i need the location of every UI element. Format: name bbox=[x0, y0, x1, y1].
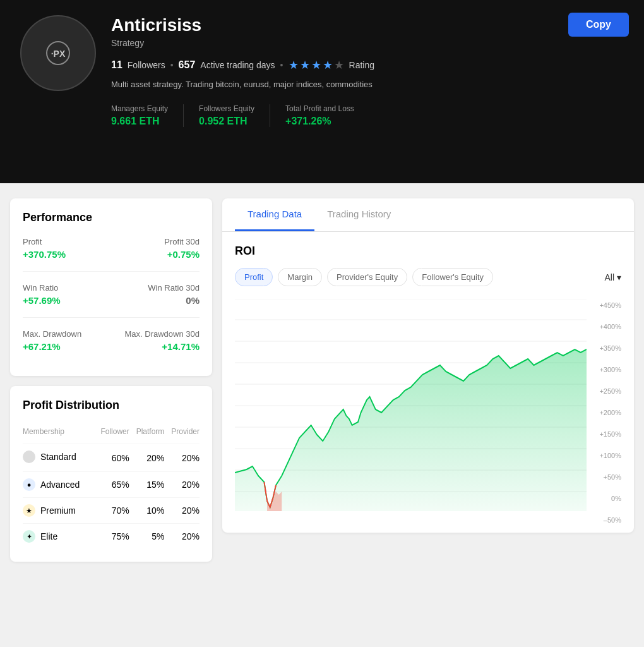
y-label-200: +200% bbox=[587, 409, 621, 416]
y-label-400: +400% bbox=[587, 323, 621, 330]
right-panel: Trading Data Trading History ROI Profit … bbox=[222, 198, 634, 533]
provider-pct: 20% bbox=[164, 444, 200, 472]
platform-pct: 15% bbox=[129, 472, 165, 498]
filter-follower-equity[interactable]: Follower's Equity bbox=[412, 268, 493, 286]
perf-drawdown: Max. Drawdown +67.21% bbox=[23, 329, 81, 352]
avatar: ·PX bbox=[20, 15, 96, 91]
followers-count: 11 bbox=[111, 59, 122, 71]
follower-pct: 70% bbox=[93, 498, 129, 524]
filter-profit[interactable]: Profit bbox=[235, 268, 273, 286]
star-2: ★ bbox=[300, 58, 310, 72]
time-filter-all[interactable]: All ▾ bbox=[604, 272, 621, 282]
table-row: ★ Premium 70% 10% 20% bbox=[23, 498, 200, 524]
perf-winratio-30d: Win Ratio 30d 0% bbox=[148, 283, 200, 306]
profit-distribution-card: Profit Distribution Membership Follower … bbox=[10, 386, 212, 562]
follower-pct: 60% bbox=[93, 444, 129, 472]
perf-winratio30d-value: 0% bbox=[148, 295, 200, 306]
perf-drawdown-label: Max. Drawdown bbox=[23, 329, 81, 339]
y-label-50: +50% bbox=[587, 473, 621, 481]
perf-profit-label: Profit bbox=[23, 237, 66, 246]
y-label-450: +450% bbox=[587, 301, 621, 309]
performance-title: Performance bbox=[23, 211, 200, 224]
chart-area: ROI Profit Margin Provider's Equity Foll… bbox=[222, 232, 634, 533]
membership-icon: ● bbox=[23, 478, 35, 491]
perf-row-winratio: Win Ratio +57.69% Win Ratio 30d 0% bbox=[23, 283, 200, 306]
y-label-100: +100% bbox=[587, 452, 621, 459]
perf-drawdown-30d: Max. Drawdown 30d +14.71% bbox=[125, 329, 200, 352]
y-label-150: +150% bbox=[587, 430, 621, 438]
tab-trading-data[interactable]: Trading Data bbox=[235, 198, 314, 231]
time-filter-label: All bbox=[604, 272, 614, 282]
roi-title: ROI bbox=[235, 245, 621, 258]
strategy-subtitle: Strategy bbox=[111, 38, 624, 48]
perf-profit: Profit +370.75% bbox=[23, 237, 66, 260]
tab-trading-history[interactable]: Trading History bbox=[314, 198, 403, 231]
filter-provider-equity[interactable]: Provider's Equity bbox=[327, 268, 407, 286]
y-label-350: +350% bbox=[587, 344, 621, 352]
trading-days-label: Active trading days bbox=[200, 60, 275, 70]
membership-icon: ✦ bbox=[23, 530, 35, 543]
provider-pct: 20% bbox=[164, 472, 200, 498]
svg-text:·PX: ·PX bbox=[51, 49, 66, 59]
membership-icon bbox=[23, 450, 35, 463]
perf-profit-30d: Profit 30d +0.75% bbox=[164, 237, 200, 260]
rating-label: Rating bbox=[349, 60, 374, 70]
header-info: Anticrisiss Strategy 11 Followers • 657 … bbox=[111, 15, 624, 127]
chart-svg-area bbox=[235, 299, 587, 511]
profit-distribution-title: Profit Distribution bbox=[23, 399, 200, 412]
y-label-300: +300% bbox=[587, 366, 621, 373]
perf-drawdown30d-value: +14.71% bbox=[125, 341, 200, 352]
perf-row-profit: Profit +370.75% Profit 30d +0.75% bbox=[23, 237, 200, 260]
followers-label: Followers bbox=[128, 60, 165, 70]
perf-profit30d-label: Profit 30d bbox=[164, 237, 200, 246]
membership-name: ✦ Elite bbox=[23, 524, 93, 550]
stat-value-1: 9.661 ETH bbox=[111, 116, 168, 127]
th-membership: Membership bbox=[23, 425, 93, 444]
membership-name: Standard bbox=[23, 444, 93, 472]
stat-label-1: Managers Equity bbox=[111, 104, 168, 113]
stat-total-pnl: Total Profit and Loss +371.26% bbox=[285, 104, 369, 127]
distribution-table: Membership Follower Platform Provider St… bbox=[23, 425, 200, 549]
strategy-title: Anticrisiss bbox=[111, 15, 624, 35]
membership-icon: ★ bbox=[23, 504, 35, 517]
stat-label-2: Followers Equity bbox=[199, 104, 254, 113]
stat-value-3: +371.26% bbox=[285, 116, 354, 127]
header-section: ·PX Anticrisiss Strategy 11 Followers • … bbox=[0, 0, 644, 183]
main-content: Performance Profit +370.75% Profit 30d +… bbox=[0, 183, 644, 577]
follower-pct: 75% bbox=[93, 524, 129, 550]
chevron-down-icon: ▾ bbox=[617, 272, 621, 282]
trading-days-count: 657 bbox=[179, 59, 196, 71]
table-row: ● Advanced 65% 15% 20% bbox=[23, 472, 200, 498]
header-meta: 11 Followers • 657 Active trading days •… bbox=[111, 58, 624, 72]
filter-margin[interactable]: Margin bbox=[278, 268, 322, 286]
platform-pct: 5% bbox=[129, 524, 165, 550]
header-stats: Managers Equity 9.661 ETH Followers Equi… bbox=[111, 104, 624, 127]
perf-profit30d-value: +0.75% bbox=[164, 249, 200, 260]
stat-value-2: 0.952 ETH bbox=[199, 116, 254, 127]
table-row: ✦ Elite 75% 5% 20% bbox=[23, 524, 200, 550]
perf-profit-value: +370.75% bbox=[23, 249, 66, 260]
star-4: ★ bbox=[323, 58, 333, 72]
follower-pct: 65% bbox=[93, 472, 129, 498]
perf-row-drawdown: Max. Drawdown +67.21% Max. Drawdown 30d … bbox=[23, 329, 200, 352]
membership-name: ● Advanced bbox=[23, 472, 93, 498]
y-axis: +450% +400% +350% +300% +250% +200% +150… bbox=[587, 299, 621, 526]
roi-chart bbox=[235, 299, 587, 511]
left-panel: Performance Profit +370.75% Profit 30d +… bbox=[10, 198, 212, 562]
copy-button[interactable]: Copy bbox=[568, 13, 629, 37]
chart-wrapper: +450% +400% +350% +300% +250% +200% +150… bbox=[235, 299, 621, 526]
th-platform: Platform bbox=[129, 425, 165, 444]
membership-name: ★ Premium bbox=[23, 498, 93, 524]
table-row: Standard 60% 20% 20% bbox=[23, 444, 200, 472]
th-provider: Provider bbox=[164, 425, 200, 444]
perf-drawdown30d-label: Max. Drawdown 30d bbox=[125, 329, 200, 339]
perf-winratio: Win Ratio +57.69% bbox=[23, 283, 61, 306]
platform-pct: 20% bbox=[129, 444, 165, 472]
star-1: ★ bbox=[289, 58, 299, 72]
performance-card: Performance Profit +370.75% Profit 30d +… bbox=[10, 198, 212, 376]
stat-followers-equity: Followers Equity 0.952 ETH bbox=[199, 104, 270, 127]
star-3: ★ bbox=[311, 58, 321, 72]
perf-drawdown-value: +67.21% bbox=[23, 341, 81, 352]
y-label-250: +250% bbox=[587, 387, 621, 395]
rating-stars: ★ ★ ★ ★ ★ bbox=[289, 58, 344, 72]
